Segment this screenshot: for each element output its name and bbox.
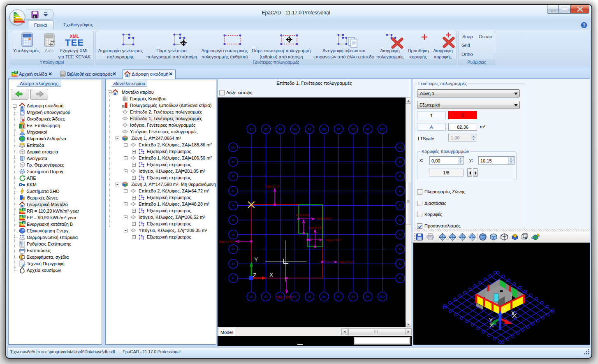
svg-text:A3: A3 — [232, 248, 235, 250]
svg-text:A2: A2 — [399, 262, 402, 265]
svg-text:A9: A9 — [232, 160, 235, 163]
svg-text:A6: A6 — [232, 204, 235, 207]
svg-text:B6: B6 — [322, 295, 326, 298]
svg-text:A1: A1 — [232, 277, 235, 280]
svg-text:A3: A3 — [399, 248, 402, 250]
svg-text:B10: B10 — [380, 128, 385, 131]
svg-text:B9: B9 — [366, 295, 369, 298]
svg-text:Όψη 5 0,0°: Όψη 5 0,0° — [308, 226, 322, 230]
svg-text:B1: B1 — [250, 128, 253, 131]
svg-text:A5: A5 — [399, 219, 402, 222]
svg-text:Y: Y — [254, 256, 258, 263]
svg-text:A10: A10 — [398, 146, 403, 149]
svg-text:B: B — [15, 71, 17, 74]
svg-text:B2: B2 — [264, 295, 267, 298]
svg-text:Y: Y — [489, 318, 493, 325]
svg-text:B8: B8 — [352, 295, 355, 298]
svg-text:B9: B9 — [366, 128, 369, 131]
svg-text:A8: A8 — [399, 175, 402, 178]
svg-text:B2: B2 — [264, 128, 267, 131]
svg-text:B: B — [23, 208, 25, 211]
svg-text:B4: B4 — [293, 128, 297, 131]
svg-text:A9: A9 — [399, 160, 402, 163]
svg-text:A2: A2 — [232, 262, 235, 265]
svg-text:Όψη 1 0,0°: Όψη 1 0,0° — [265, 185, 280, 188]
svg-text:Όψη 6 89,0°: Όψη 6 89,0° — [338, 261, 355, 264]
svg-text:B: B — [23, 215, 25, 218]
svg-text:B: B — [23, 221, 25, 224]
svg-text:Όψη 3 0,0°: Όψη 3 0,0° — [295, 213, 310, 217]
svg-text:B1: B1 — [250, 295, 253, 298]
svg-text:B3: B3 — [279, 128, 282, 131]
svg-text:B6: B6 — [322, 128, 326, 131]
svg-text:Όψη 7 180,0°: Όψη 7 180,0° — [276, 296, 294, 299]
svg-text:B7: B7 — [337, 295, 340, 298]
svg-text:Όψη 4 90,0°: Όψη 4 90,0° — [325, 239, 342, 242]
svg-text:Όψη 8 270,0°: Όψη 8 270,0° — [218, 240, 236, 243]
svg-text:?: ? — [583, 23, 586, 28]
svg-text:A5: A5 — [232, 219, 235, 222]
svg-text:A1: A1 — [399, 277, 402, 280]
svg-text:Z: Z — [502, 308, 506, 315]
svg-text:B5: B5 — [308, 128, 311, 131]
svg-text:A4: A4 — [399, 233, 402, 236]
svg-text:B4: B4 — [293, 295, 297, 298]
svg-text:A6: A6 — [399, 204, 402, 207]
svg-text:X: X — [269, 271, 274, 278]
svg-text:A10: A10 — [231, 146, 236, 149]
svg-text:A7: A7 — [399, 190, 402, 192]
svg-text:B5: B5 — [308, 295, 311, 298]
svg-text:B7: B7 — [337, 128, 340, 131]
svg-text:Z: Z — [253, 272, 257, 278]
svg-text:X: X — [511, 311, 515, 318]
svg-text:B10: B10 — [380, 295, 385, 298]
svg-text:Όψη 2 90,2°: Όψη 2 90,2° — [316, 217, 332, 220]
svg-text:A7: A7 — [232, 190, 235, 192]
svg-text:B8: B8 — [352, 128, 355, 131]
svg-text:A8: A8 — [232, 175, 235, 178]
svg-text:A4: A4 — [232, 233, 235, 236]
